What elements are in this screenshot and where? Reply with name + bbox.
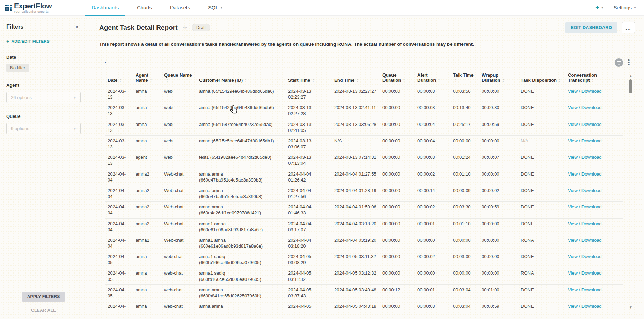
cell: amna [133,268,161,284]
column-header-queue-duration[interactable]: Queue Duration▲▼ [380,71,415,86]
clear-all-button[interactable]: CLEAR ALL [0,308,87,313]
filter-indicator-icon[interactable] [615,58,623,67]
view-download-link[interactable]: View / Download [568,188,602,193]
dashboard-more-button[interactable]: ... [622,22,635,33]
cell: 00:00:04 [415,135,450,152]
new-item-button[interactable]: +▼ [595,4,603,12]
view-download-link[interactable]: View / Download [568,122,602,127]
sort-icon[interactable]: ▲▼ [166,78,168,83]
apply-filters-button[interactable]: APPLY FILTERS [22,292,66,302]
column-header-label: Customer Name (ID) [199,78,243,83]
cell: 00:01:24 [450,152,479,169]
cell: amna2 [133,202,161,218]
agent-filter-select[interactable]: 26 options∨ [6,92,81,103]
cell-task-disposition: DONE [518,284,565,301]
cell-customer: amna1 amna (660e61e06ad8b93d817a8a6e) [196,235,285,251]
cell: 2024-04-04 [105,202,133,218]
cell: 00:01:00 [479,284,518,301]
add-edit-filters-button[interactable]: + ADD/EDIT FILTERS [6,38,81,44]
table-header-row: Date▲▼Agent Name▲▼Queue Name▲▼Customer N… [105,71,623,86]
logo-text: ExpertFlow [14,2,52,9]
cell: 00:00:59 [479,202,518,218]
settings-menu[interactable]: Settings▼ [614,5,636,10]
view-download-link[interactable]: View / Download [568,155,602,160]
view-download-link[interactable]: View / Download [568,270,602,276]
cell-conversation-transcript: View / Download [565,301,623,311]
cell: 00:00:00 [479,268,518,284]
column-header-label: Wrapup Duration [482,72,500,83]
chart-kebab-menu-icon[interactable]: ••• [628,59,630,66]
view-download-link[interactable]: View / Download [568,254,602,259]
cell: 2024-04-04 [105,235,133,251]
filter-label: Agent [6,83,81,88]
cell-conversation-transcript: View / Download [565,119,623,135]
column-header-task-disposition[interactable]: Task Disposition▲▼ [518,71,565,86]
table-scrollbar-thumb[interactable] [629,79,632,93]
edit-dashboard-button[interactable]: EDIT DASHBOARD [565,22,617,33]
cell: 2024-04-04 03:18:20 [331,218,380,235]
cell-task-disposition: DONE [518,119,565,135]
cell: 2024-04-05 [105,251,133,268]
column-header-end-time[interactable]: End Time▲▼ [331,71,380,86]
favorite-star-icon[interactable]: ☆ [183,24,188,31]
sort-icon[interactable]: ▲▼ [502,78,504,83]
cell-task-disposition: RONA [518,268,565,284]
cell: 00:00:00 [380,202,415,218]
sort-icon[interactable]: ▲▼ [149,78,152,83]
view-download-link[interactable]: View / Download [568,171,602,177]
sort-icon[interactable]: ▲▼ [455,78,457,83]
cell: N/A [331,135,380,152]
sort-icon[interactable]: ▲▼ [356,78,359,83]
table-scroll-down-icon[interactable]: ▼ [629,305,632,309]
view-download-link[interactable]: View / Download [568,88,602,94]
column-header-agent-name[interactable]: Agent Name▲▼ [133,71,161,86]
view-download-link[interactable]: View / Download [568,221,602,226]
column-header-wrapup-duration[interactable]: Wrapup Duration▲▼ [479,71,518,86]
select-value: 9 options [11,126,29,131]
table-scroll-up-icon[interactable]: ▲ [629,74,632,78]
cell-conversation-transcript: View / Download [565,185,623,201]
cell: 00:00:00 [380,235,415,251]
nav-tab-sql[interactable]: SQL▼ [199,0,232,15]
column-header-date[interactable]: Date▲▼ [105,71,133,86]
queue-filter-select[interactable]: 9 options∨ [6,123,81,134]
chart-card: . ••• Date▲▼Agent Name▲▼Queue Name▲▼Cust… [99,54,635,319]
sort-icon[interactable]: ▲▼ [244,78,247,83]
sort-icon[interactable]: ▲▼ [119,78,122,83]
view-download-link[interactable]: View / Download [568,138,602,143]
view-download-link[interactable]: View / Download [568,304,602,309]
column-header-talk-time[interactable]: Talk Time▲▼ [450,71,479,86]
column-header-queue-name[interactable]: Queue Name▲▼ [161,71,196,86]
collapse-sidebar-icon[interactable]: ⇤ [76,23,81,30]
cell: 00:00:00 [479,169,518,185]
column-header-customer-name-id-[interactable]: Customer Name (ID)▲▼ [196,71,285,86]
view-download-link[interactable]: View / Download [568,287,602,292]
cell: 2024-04-04 01:50:06 [331,202,380,218]
expertflow-logo[interactable]: ExpertFlow your callcenter experts [0,2,82,13]
cell-task-disposition: DONE [518,86,565,102]
cell-customer: amna amna (660e47ba951c4e5ae3a390b3) [196,185,285,201]
column-header-label: Date [108,78,117,83]
cell: amna [133,102,161,119]
nav-tab-charts[interactable]: Charts [128,0,161,15]
view-download-link[interactable]: View / Download [568,204,602,210]
column-header-alert-duration[interactable]: Alert Duration▲▼ [415,71,450,86]
cell: web-chat [161,251,196,268]
sort-icon[interactable]: ▲▼ [558,78,561,83]
nav-tab-dashboards[interactable]: Dashboards [82,0,128,15]
sort-icon[interactable]: ▲▼ [592,78,594,83]
cell: 00:00:02 [415,251,450,268]
sort-icon[interactable]: ▲▼ [438,78,440,83]
column-header-start-time[interactable]: Start Time▲▼ [285,71,331,86]
view-download-link[interactable]: View / Download [568,105,602,110]
cell: amna [133,119,161,135]
nav-tab-datasets[interactable]: Datasets [161,0,199,15]
sort-icon[interactable]: ▲▼ [403,78,405,83]
column-header-conversation-transcript[interactable]: Conversation Transcript▲▼ [565,71,623,86]
cell-task-disposition: DONE [518,301,565,311]
filter-label: Date [6,55,81,60]
cell: amna [133,301,161,311]
view-download-link[interactable]: View / Download [568,238,602,243]
sort-icon[interactable]: ▲▼ [312,78,314,83]
cell: 00:03:56 [450,86,479,102]
